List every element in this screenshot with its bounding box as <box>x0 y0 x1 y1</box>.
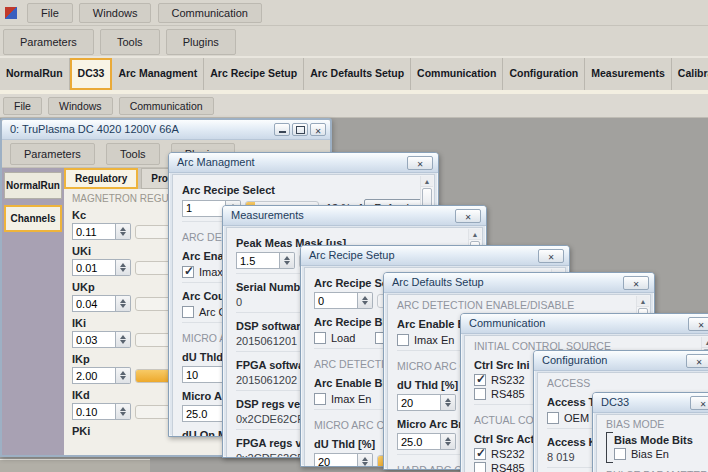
menu-tools[interactable]: Tools <box>100 29 160 55</box>
bias-mode-header: BIAS MODE <box>606 418 699 430</box>
imax-en-label: Imax En <box>331 393 371 405</box>
arc-recipe-setup-titlebar[interactable]: Arc Recipe Setup <box>301 246 569 266</box>
ini-rs232-label: RS232 <box>491 374 529 386</box>
dc33-body: BIAS MODE Bias Mode Bits Bias En PULSE P… <box>596 414 708 472</box>
iki-input[interactable] <box>72 331 116 348</box>
menu2-file[interactable]: File <box>3 97 42 115</box>
minimize-button[interactable] <box>274 123 290 136</box>
load-label: Load <box>331 332 355 344</box>
menu-windows[interactable]: Windows <box>79 3 152 23</box>
tab-arc-defaults-setup[interactable]: Arc Defaults Setup <box>304 58 411 90</box>
second-menubar: File Windows Communication <box>0 94 708 118</box>
arc-ovfl-checkbox[interactable] <box>182 306 194 318</box>
scroll-up-icon[interactable]: ▲ <box>421 176 433 187</box>
app-icon <box>5 7 17 19</box>
bias-mode-bits-label: Bias Mode Bits <box>614 434 699 446</box>
communication-close-icon[interactable] <box>688 317 708 331</box>
dev-menu-tools[interactable]: Tools <box>106 143 160 165</box>
ini-rs232-checkbox[interactable] <box>474 374 486 386</box>
scroll-up-icon[interactable]: ▲ <box>637 296 649 307</box>
du-thld-input[interactable] <box>314 453 358 466</box>
bias-en-row: Bias En <box>614 448 699 460</box>
ikp-spinner[interactable] <box>116 367 131 384</box>
main-tab-strip: NormalRun DC33 Arc Managment Arc Recipe … <box>0 58 708 94</box>
main-menubar: File Windows Communication <box>0 0 708 26</box>
bias-en-label: Bias En <box>631 448 669 460</box>
tab-communication[interactable]: Communication <box>411 58 503 90</box>
kc-input[interactable] <box>72 223 116 240</box>
arc-recipe-select-input[interactable] <box>182 200 226 217</box>
arc-detection-header: ARC DETECTION ENABLE/DISABLE <box>397 299 632 311</box>
du-thld-spinner[interactable] <box>441 394 456 411</box>
iki-spinner[interactable] <box>116 331 131 348</box>
load-checkbox[interactable] <box>314 332 326 344</box>
imax-en-checkbox[interactable] <box>314 393 326 405</box>
menu2-communication[interactable]: Communication <box>119 97 214 115</box>
act-rs232-checkbox[interactable] <box>474 448 486 460</box>
window-dc33: DC33 BIAS MODE Bias Mode Bits Bias En PU… <box>592 392 708 472</box>
arc-managment-titlebar[interactable]: Arc Managment <box>169 153 438 173</box>
dc33-close-icon[interactable] <box>690 396 708 410</box>
dev-menu-parameters[interactable]: Parameters <box>10 143 95 165</box>
peak-meas-mask-spinner[interactable] <box>280 252 295 269</box>
menu-communication[interactable]: Communication <box>158 3 262 23</box>
imax-en-label: Imax En <box>414 334 454 346</box>
communication-titlebar[interactable]: Communication <box>461 314 708 334</box>
act-rs485-checkbox[interactable] <box>474 462 486 472</box>
bias-mode-group: Bias Mode Bits Bias En <box>606 432 699 463</box>
ukp-spinner[interactable] <box>116 295 131 312</box>
bias-en-checkbox[interactable] <box>614 448 626 460</box>
side-tab-normalrun[interactable]: NormalRun <box>4 172 62 199</box>
recipe-select-spinner[interactable] <box>358 292 373 309</box>
menu-parameters[interactable]: Parameters <box>3 29 94 55</box>
page-tab-regulatory[interactable]: Regulatory <box>64 168 138 189</box>
menu-plugins[interactable]: Plugins <box>166 29 236 55</box>
ikd-input[interactable] <box>72 403 116 420</box>
du-thld-input[interactable] <box>397 394 441 411</box>
main-toolbar: Parameters Tools Plugins <box>0 26 708 58</box>
restore-button[interactable] <box>292 123 308 136</box>
tab-normalrun[interactable]: NormalRun <box>0 58 70 90</box>
scroll-up-icon[interactable]: ▲ <box>702 337 708 348</box>
ini-rs485-checkbox[interactable] <box>474 388 486 400</box>
side-tab-channels[interactable]: Channels <box>4 205 62 232</box>
measurements-close-icon[interactable] <box>455 209 481 223</box>
ikp-input[interactable] <box>72 367 116 384</box>
imax-en-checkbox[interactable] <box>397 334 409 346</box>
micro-arc-break-input[interactable] <box>182 405 226 422</box>
uki-spinner[interactable] <box>116 259 131 276</box>
uki-input[interactable] <box>72 259 116 276</box>
arc-defaults-setup-titlebar[interactable]: Arc Defaults Setup <box>384 273 654 293</box>
scroll-up-icon[interactable]: ▲ <box>469 229 481 240</box>
ikd-spinner[interactable] <box>116 403 131 420</box>
oem-checkbox[interactable] <box>547 412 559 424</box>
arc-defaults-setup-close-icon[interactable] <box>623 276 649 290</box>
tab-measurements[interactable]: Measurements <box>585 58 672 90</box>
ini-rs485-label: RS485 <box>491 388 525 400</box>
configuration-titlebar[interactable]: Configuration <box>534 351 708 371</box>
tab-calibration[interactable]: Calibration <box>672 58 708 90</box>
close-button[interactable] <box>310 123 326 136</box>
configuration-close-icon[interactable] <box>686 354 708 368</box>
tab-dc33[interactable]: DC33 <box>70 58 113 90</box>
peak-meas-mask-input[interactable] <box>236 252 280 269</box>
menu-file[interactable]: File <box>27 3 73 23</box>
tab-configuration[interactable]: Configuration <box>503 58 585 90</box>
measurements-titlebar[interactable]: Measurements <box>223 206 486 226</box>
ukp-input[interactable] <box>72 295 116 312</box>
arc-managment-close-icon[interactable] <box>407 156 433 170</box>
recipe-select-input[interactable] <box>314 292 358 309</box>
micro-arc-break-input[interactable] <box>397 433 441 450</box>
du-thld-input[interactable] <box>182 366 226 383</box>
act-rs232-label: RS232 <box>491 448 529 460</box>
kc-spinner[interactable] <box>116 223 131 240</box>
side-tab-strip: NormalRun Channels <box>2 168 64 456</box>
tab-arc-recipe-setup[interactable]: Arc Recipe Setup <box>204 58 304 90</box>
arc-recipe-select-label: Arc Recipe Select <box>182 184 416 196</box>
imax-en-checkbox[interactable] <box>182 266 194 278</box>
arc-recipe-setup-close-icon[interactable] <box>538 249 564 263</box>
du-thld-spinner[interactable] <box>358 453 373 466</box>
tab-arc-managment[interactable]: Arc Managment <box>112 58 204 90</box>
micro-arc-break-spinner[interactable] <box>441 433 456 450</box>
menu2-windows[interactable]: Windows <box>48 97 113 115</box>
